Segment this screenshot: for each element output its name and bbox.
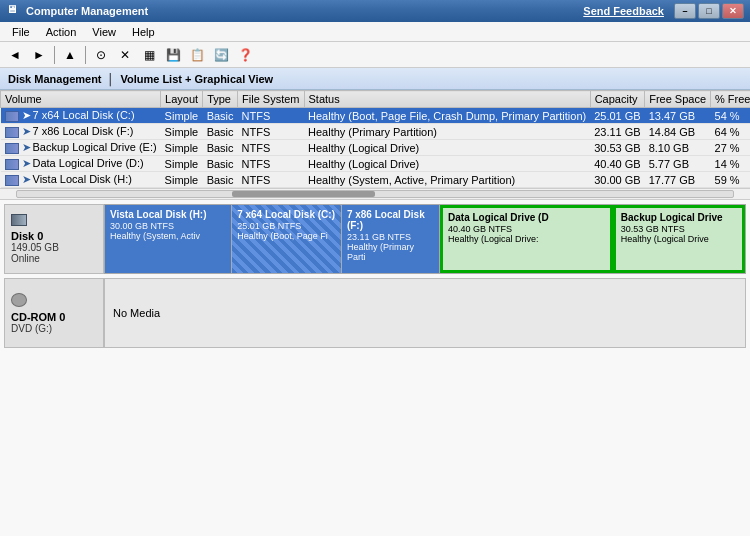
col-percentfree: % Free — [711, 91, 750, 108]
section-right: Volume List + Graphical View — [120, 73, 273, 85]
cell-type: Basic — [203, 172, 238, 188]
toolbar-refresh[interactable]: 🔄 — [210, 45, 232, 65]
col-volume: Volume — [1, 91, 161, 108]
disk-label-0: Disk 0 149.05 GB Online — [4, 204, 104, 274]
cell-capacity: 25.01 GB — [590, 108, 644, 124]
partition[interactable]: 7 x86 Local Disk (F:) 23.11 GB NTFS Heal… — [342, 205, 440, 273]
scrollbar-thumb[interactable] — [232, 191, 375, 197]
cell-filesystem: NTFS — [238, 140, 304, 156]
cell-freespace: 17.77 GB — [645, 172, 711, 188]
partition-status: Healthy (Logical Drive: — [448, 234, 605, 244]
volume-table: Volume Layout Type File System Status Ca… — [0, 90, 750, 188]
window-title: Computer Management — [26, 5, 583, 17]
volume-list: Volume Layout Type File System Status Ca… — [0, 90, 750, 188]
window-controls: – □ ✕ — [674, 3, 744, 19]
partition-status: Healthy (Primary Parti — [347, 242, 434, 262]
partition[interactable]: Vista Local Disk (H:) 30.00 GB NTFS Heal… — [105, 205, 232, 273]
partition-name: 7 x86 Local Disk (F:) — [347, 209, 434, 231]
disk-row-0: Disk 0 149.05 GB Online Vista Local Disk… — [4, 204, 746, 274]
table-row[interactable]: ➤Data Logical Drive (D:) Simple Basic NT… — [1, 156, 751, 172]
cell-percentfree: 59 % — [711, 172, 750, 188]
toolbar-up[interactable]: ▲ — [59, 45, 81, 65]
cdrom-no-media: No Media — [113, 307, 160, 319]
table-row[interactable]: ➤Vista Local Disk (H:) Simple Basic NTFS… — [1, 172, 751, 188]
section-left: Disk Management — [8, 73, 102, 85]
col-freespace: Free Space — [645, 91, 711, 108]
horizontal-scrollbar[interactable] — [0, 188, 750, 200]
cell-status: Healthy (System, Active, Primary Partiti… — [304, 172, 590, 188]
menu-action[interactable]: Action — [38, 22, 85, 41]
partition-size: 30.00 GB NTFS — [110, 221, 226, 231]
cell-freespace: 14.84 GB — [645, 124, 711, 140]
partition[interactable]: 7 x64 Local Disk (C:) 25.01 GB NTFS Heal… — [232, 205, 342, 273]
toolbar-properties[interactable]: ▦ — [138, 45, 160, 65]
toolbar-show-hide[interactable]: ⊙ — [90, 45, 112, 65]
partition-name: Vista Local Disk (H:) — [110, 209, 226, 220]
toolbar-sep-2 — [85, 46, 86, 64]
table-row[interactable]: ➤7 x86 Local Disk (F:) Simple Basic NTFS… — [1, 124, 751, 140]
cell-layout: Simple — [161, 172, 203, 188]
toolbar-copy[interactable]: 📋 — [186, 45, 208, 65]
toolbar-forward[interactable]: ► — [28, 45, 50, 65]
send-feedback-link[interactable]: Send Feedback — [583, 5, 664, 17]
cell-volume: ➤7 x64 Local Disk (C:) — [1, 108, 161, 124]
menu-bar: File Action View Help — [0, 22, 750, 42]
col-status: Status — [304, 91, 590, 108]
scrollbar-track[interactable] — [16, 190, 734, 198]
close-button[interactable]: ✕ — [722, 3, 744, 19]
cell-capacity: 30.53 GB — [590, 140, 644, 156]
menu-view[interactable]: View — [84, 22, 124, 41]
table-header-row: Volume Layout Type File System Status Ca… — [1, 91, 751, 108]
partition-size: 25.01 GB NTFS — [237, 221, 336, 231]
cell-type: Basic — [203, 156, 238, 172]
title-bar: 🖥 Computer Management Send Feedback – □ … — [0, 0, 750, 22]
toolbar-save[interactable]: 💾 — [162, 45, 184, 65]
cell-layout: Simple — [161, 156, 203, 172]
disk-row-cdrom: CD-ROM 0 DVD (G:) No Media — [4, 278, 746, 348]
cell-filesystem: NTFS — [238, 108, 304, 124]
disk-label-cdrom: CD-ROM 0 DVD (G:) — [4, 278, 104, 348]
cell-volume: ➤Data Logical Drive (D:) — [1, 156, 161, 172]
col-type: Type — [203, 91, 238, 108]
cell-status: Healthy (Primary Partition) — [304, 124, 590, 140]
partition[interactable]: Data Logical Drive (D 40.40 GB NTFS Heal… — [440, 205, 613, 273]
partition-name: Data Logical Drive (D — [448, 212, 605, 223]
cell-type: Basic — [203, 108, 238, 124]
toolbar-export[interactable]: ✕ — [114, 45, 136, 65]
cell-percentfree: 27 % — [711, 140, 750, 156]
section-header: Disk Management │ Volume List + Graphica… — [0, 68, 750, 90]
menu-file[interactable]: File — [4, 22, 38, 41]
toolbar: ◄ ► ▲ ⊙ ✕ ▦ 💾 📋 🔄 ❓ — [0, 42, 750, 68]
cell-freespace: 8.10 GB — [645, 140, 711, 156]
minimize-button[interactable]: – — [674, 3, 696, 19]
cell-percentfree: 64 % — [711, 124, 750, 140]
cdrom-content: No Media — [104, 278, 746, 348]
cell-type: Basic — [203, 140, 238, 156]
partition[interactable]: Backup Logical Drive 30.53 GB NTFS Healt… — [613, 205, 745, 273]
cell-freespace: 5.77 GB — [645, 156, 711, 172]
cell-filesystem: NTFS — [238, 124, 304, 140]
disk-icon-0 — [11, 214, 97, 230]
disk-partitions-0: Vista Local Disk (H:) 30.00 GB NTFS Heal… — [104, 204, 746, 274]
cell-volume: ➤Backup Logical Drive (E:) — [1, 140, 161, 156]
menu-help[interactable]: Help — [124, 22, 163, 41]
cell-status: Healthy (Boot, Page File, Crash Dump, Pr… — [304, 108, 590, 124]
disk-name-0: Disk 0 — [11, 230, 97, 242]
restore-button[interactable]: □ — [698, 3, 720, 19]
table-row[interactable]: ➤7 x64 Local Disk (C:) Simple Basic NTFS… — [1, 108, 751, 124]
cdrom-name: CD-ROM 0 — [11, 311, 97, 323]
disk-view: Disk 0 149.05 GB Online Vista Local Disk… — [0, 200, 750, 536]
toolbar-help[interactable]: ❓ — [234, 45, 256, 65]
disk-size-0: 149.05 GB — [11, 242, 97, 253]
disk-status-0: Online — [11, 253, 97, 264]
partition-size: 23.11 GB NTFS — [347, 232, 434, 242]
app-icon: 🖥 — [6, 3, 22, 19]
partition-status: Healthy (Logical Drive — [621, 234, 737, 244]
cell-layout: Simple — [161, 140, 203, 156]
cell-status: Healthy (Logical Drive) — [304, 140, 590, 156]
toolbar-back[interactable]: ◄ — [4, 45, 26, 65]
cell-volume: ➤7 x86 Local Disk (F:) — [1, 124, 161, 140]
partition-name: 7 x64 Local Disk (C:) — [237, 209, 336, 220]
table-row[interactable]: ➤Backup Logical Drive (E:) Simple Basic … — [1, 140, 751, 156]
cell-capacity: 40.40 GB — [590, 156, 644, 172]
